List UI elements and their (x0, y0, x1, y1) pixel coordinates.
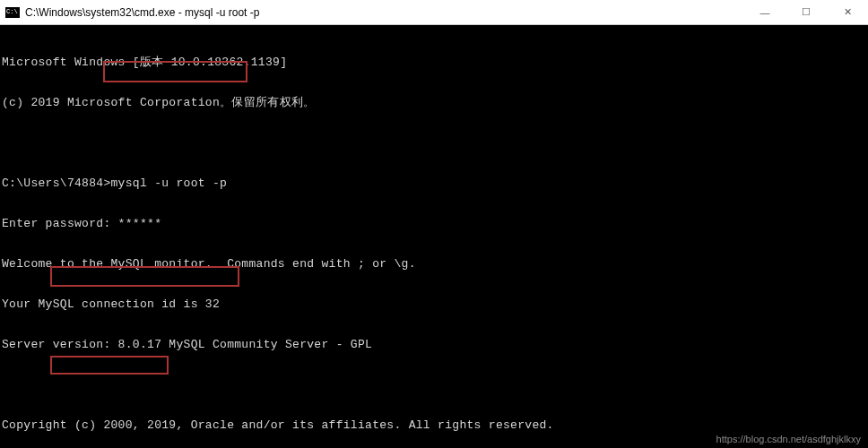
terminal-line: Enter password: ****** (2, 217, 866, 230)
terminal-line: (c) 2019 Microsoft Corporation。保留所有权利。 (2, 96, 866, 109)
terminal-line: Microsoft Windows [版本 10.0.18362.1139] (2, 56, 866, 69)
terminal-line: Server version: 8.0.17 MySQL Community S… (2, 338, 866, 351)
window-titlebar: C:\Windows\system32\cmd.exe - mysql -u r… (0, 0, 868, 25)
terminal-line: Copyright (c) 2000, 2019, Oracle and/or … (2, 418, 866, 432)
watermark-text: https://blog.csdn.net/asdfghjklkxy (716, 434, 861, 444)
terminal-output[interactable]: Microsoft Windows [版本 10.0.18362.1139] (… (0, 25, 868, 448)
cmd-icon (5, 7, 20, 18)
terminal-line (2, 378, 866, 392)
terminal-line: C:\Users\74884>mysql -u root -p (2, 177, 866, 190)
maximize-button[interactable]: ☐ (786, 0, 827, 24)
window-title: C:\Windows\system32\cmd.exe - mysql -u r… (25, 6, 744, 19)
minimize-button[interactable]: — (744, 0, 786, 24)
window-controls: — ☐ ✕ (744, 0, 868, 24)
close-button[interactable]: ✕ (827, 0, 868, 24)
terminal-line (2, 136, 866, 150)
terminal-line: Your MySQL connection id is 32 (2, 297, 866, 311)
terminal-line: Welcome to the MySQL monitor. Commands e… (2, 257, 866, 271)
